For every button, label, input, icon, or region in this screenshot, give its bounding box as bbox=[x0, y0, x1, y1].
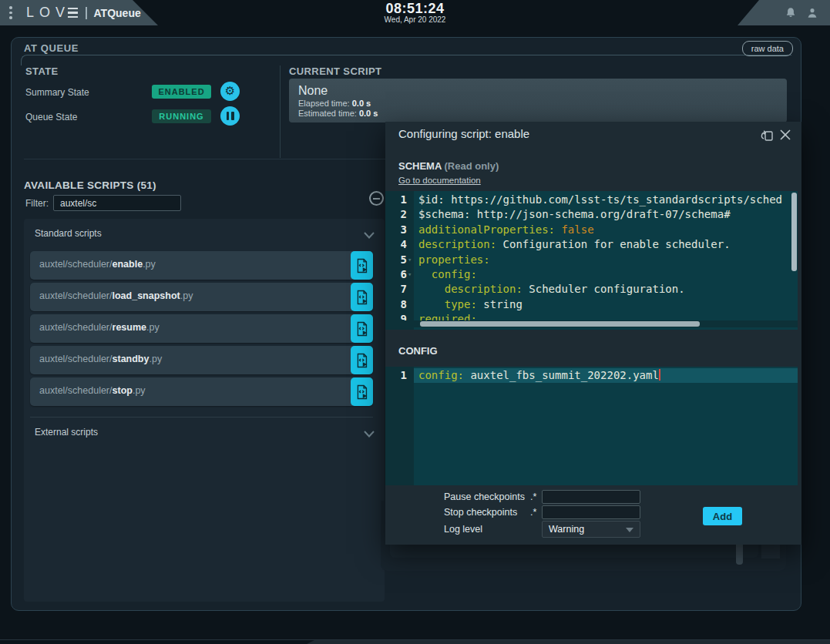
pause-checkpoints-label: Pause checkpoints bbox=[444, 491, 525, 502]
config-heading: CONFIG bbox=[398, 345, 438, 357]
state-divider bbox=[280, 65, 281, 158]
scripts-list-container: Standard scripts auxtel/scheduler/enable… bbox=[24, 219, 385, 602]
config-editor[interactable]: 1config: auxtel_fbs_summit_202202.yaml bbox=[385, 367, 798, 485]
gear-icon: ⚙ bbox=[225, 86, 235, 97]
configure-script-modal: Configuring script: enable SCHEMA (Read … bbox=[385, 122, 801, 545]
launch-script-button[interactable] bbox=[351, 283, 373, 311]
menu-dots-icon[interactable] bbox=[9, 6, 12, 19]
logo-e-icon bbox=[68, 8, 78, 18]
schema-line-4: 4description: Configuration for enable s… bbox=[385, 237, 791, 252]
summary-state-label: Summary State bbox=[25, 87, 89, 98]
select-arrow-icon bbox=[626, 528, 633, 532]
fieldset-border bbox=[21, 55, 791, 65]
script-path: auxtel/scheduler/resume.py bbox=[39, 322, 160, 333]
estimated-time-value: 0.0 s bbox=[359, 109, 378, 118]
copy-icon[interactable] bbox=[759, 128, 775, 143]
schema-line-2: 2$schema: http://json-schema.org/draft-0… bbox=[385, 207, 791, 222]
stop-checkpoints-label: Stop checkpoints bbox=[444, 507, 517, 518]
modal-form: Pause checkpoints .* Stop checkpoints .*… bbox=[385, 485, 801, 545]
schema-readonly-note: (Read only) bbox=[444, 160, 499, 172]
external-scripts-label: External scripts bbox=[35, 427, 98, 438]
schema-code: 1$id: https://github.com/lsst-ts/ts_stan… bbox=[385, 193, 791, 327]
script-path: auxtel/scheduler/standby.py bbox=[39, 354, 162, 364]
launch-script-button[interactable] bbox=[351, 377, 373, 406]
script-path: auxtel/scheduler/stop.py bbox=[39, 385, 146, 396]
queue-state-label: Queue State bbox=[25, 112, 77, 122]
user-icon[interactable] bbox=[805, 6, 819, 20]
footer-bar bbox=[307, 640, 830, 644]
stop-checkpoints-input[interactable] bbox=[542, 505, 640, 519]
standard-scripts-label: Standard scripts bbox=[35, 228, 102, 239]
logo-text: LOV bbox=[26, 5, 70, 21]
pause-checkpoints-regex: .* bbox=[530, 491, 536, 502]
schema-vertical-scrollbar[interactable] bbox=[791, 193, 797, 271]
stop-checkpoints-regex: .* bbox=[530, 507, 536, 518]
text-cursor bbox=[659, 369, 660, 381]
launch-script-button[interactable] bbox=[351, 346, 373, 374]
atqueue-screen: LOV ATQueue 08:51:24 Wed, Apr 20 2022 AT… bbox=[0, 0, 830, 644]
log-level-select[interactable]: Warning bbox=[542, 521, 640, 538]
schema-horizontal-scrollbar[interactable] bbox=[420, 321, 700, 327]
filter-label: Filter: bbox=[25, 198, 49, 209]
state-section-title: STATE bbox=[25, 65, 59, 77]
script-row-load_snapshot[interactable]: auxtel/scheduler/load_snapshot.py bbox=[30, 283, 373, 311]
panel-title: AT QUEUE bbox=[24, 42, 85, 54]
script-row-resume[interactable]: auxtel/scheduler/resume.py bbox=[30, 314, 373, 343]
queue-state-badge: RUNNING bbox=[152, 109, 211, 123]
topbar-right-panel bbox=[738, 0, 830, 25]
standard-scripts-group[interactable]: Standard scripts bbox=[24, 226, 385, 243]
chevron-down-icon bbox=[363, 428, 375, 441]
log-level-label: Log level bbox=[444, 524, 482, 535]
script-path: auxtel/scheduler/load_snapshot.py bbox=[39, 290, 193, 301]
topbar-divider bbox=[86, 7, 87, 19]
love-logo: LOV bbox=[26, 5, 78, 21]
schema-editor[interactable]: 1$id: https://github.com/lsst-ts/ts_stan… bbox=[385, 191, 798, 330]
queue-pause-button[interactable] bbox=[220, 106, 240, 126]
topbar-left-panel: LOV ATQueue bbox=[0, 0, 158, 25]
log-level-value: Warning bbox=[549, 524, 584, 535]
filter-input[interactable] bbox=[53, 195, 181, 211]
launch-script-button[interactable] bbox=[351, 314, 373, 343]
current-script-title: CURRENT SCRIPT bbox=[289, 65, 381, 77]
summary-state-gear-button[interactable]: ⚙ bbox=[220, 82, 240, 101]
top-bar: LOV ATQueue 08:51:24 Wed, Apr 20 2022 bbox=[0, 0, 830, 25]
script-path: auxtel/scheduler/enable.py bbox=[39, 259, 156, 270]
schema-line-5: 5▾properties: bbox=[385, 253, 791, 267]
elapsed-time-row: Elapsed time: 0.0 s bbox=[298, 99, 778, 109]
pause-icon bbox=[227, 112, 234, 120]
schema-line-7: 7 description: Scheduler configuration. bbox=[385, 282, 791, 297]
schema-line-3: 3additionalProperties: false bbox=[385, 223, 791, 237]
schema-line-6: 6▾ config: bbox=[385, 267, 791, 282]
launch-script-button[interactable] bbox=[351, 251, 373, 280]
script-row-stop[interactable]: auxtel/scheduler/stop.py bbox=[30, 377, 373, 406]
schema-line-8: 8 type: string bbox=[385, 297, 791, 312]
collapse-minus-icon[interactable] bbox=[369, 191, 384, 206]
external-scripts-group[interactable]: External scripts bbox=[24, 425, 385, 442]
chevron-down-icon bbox=[363, 229, 375, 243]
schema-line-1: 1$id: https://github.com/lsst-ts/ts_stan… bbox=[385, 193, 791, 207]
config-line-1: 1config: auxtel_fbs_summit_202202.yaml bbox=[385, 368, 798, 383]
pause-checkpoints-input[interactable] bbox=[542, 490, 640, 504]
current-script-name: None bbox=[298, 83, 778, 99]
available-scripts-title: AVAILABLE SCRIPTS (51) bbox=[24, 179, 156, 191]
documentation-link[interactable]: Go to documentation bbox=[398, 176, 481, 185]
raw-data-button[interactable]: raw data bbox=[742, 41, 793, 56]
script-row-standby[interactable]: auxtel/scheduler/standby.py bbox=[30, 346, 373, 374]
add-button[interactable]: Add bbox=[703, 507, 742, 525]
current-script-panel: None Elapsed time: 0.0 s Estimated time:… bbox=[289, 79, 787, 122]
app-title: ATQueue bbox=[94, 7, 141, 19]
summary-state-badge: ENABLED bbox=[152, 85, 211, 99]
close-icon[interactable] bbox=[778, 128, 794, 143]
elapsed-time-value: 0.0 s bbox=[352, 99, 371, 108]
config-gutter bbox=[385, 367, 414, 485]
schema-hscroll-track bbox=[385, 320, 798, 327]
group-divider bbox=[30, 417, 373, 418]
config-code: 1config: auxtel_fbs_summit_202202.yaml bbox=[385, 368, 798, 383]
estimated-time-row: Estimated time: 0.0 s bbox=[298, 109, 778, 119]
modal-title: Configuring script: enable bbox=[398, 127, 529, 140]
schema-heading: SCHEMA (Read only) bbox=[398, 160, 499, 172]
footer-line bbox=[0, 639, 830, 640]
script-row-enable[interactable]: auxtel/scheduler/enable.py bbox=[30, 251, 373, 280]
notifications-bell-icon[interactable] bbox=[784, 6, 798, 20]
